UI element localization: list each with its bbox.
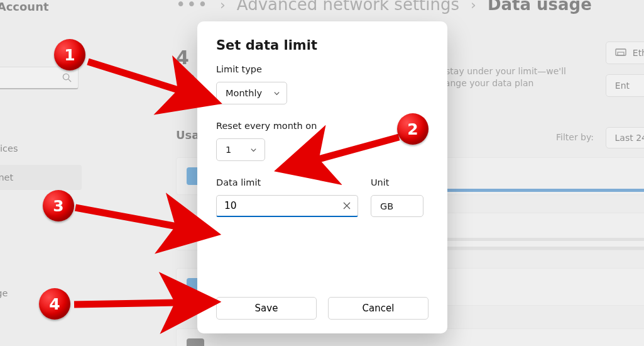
reset-day-label: Reset every month on — [216, 121, 428, 131]
filter-by-label: Filter by: — [556, 132, 594, 142]
ethernet-button[interactable]: Eth — [606, 42, 644, 64]
sidebar-item-label: oth & devices — [0, 143, 18, 153]
sidebar-item-label: & language — [0, 288, 8, 298]
usage-bar-small — [446, 247, 644, 250]
limit-type-dropdown[interactable]: Monthly — [216, 82, 287, 104]
app-icon — [187, 338, 204, 346]
account-name: DAGUtilityAccount — [0, 0, 49, 13]
reset-day-dropdown[interactable]: 1 — [216, 138, 265, 161]
data-range: Fron — [176, 72, 195, 82]
breadcrumb-seg-advanced[interactable]: Advanced network settings — [237, 0, 459, 14]
sidebar-item-bluetooth[interactable]: oth & devices — [0, 136, 82, 161]
breadcrumb: ••• › Advanced network settings › Data u… — [176, 0, 592, 14]
ethernet-button-label: Eth — [633, 48, 644, 58]
sidebar-item-accounts[interactable]: ts — [0, 252, 82, 277]
limit-type-value: Monthly — [226, 88, 262, 98]
breadcrumb-more-icon[interactable]: ••• — [176, 0, 209, 14]
right-buttons: Eth Ent — [606, 42, 644, 97]
chevron-down-icon — [250, 147, 257, 153]
usage-bar-small — [446, 238, 644, 241]
clear-input-icon[interactable] — [342, 201, 352, 211]
sidebar-item-label: rk & internet — [0, 172, 13, 182]
sidebar-item-4[interactable] — [0, 223, 82, 248]
unit-label: Unit — [371, 177, 423, 187]
sidebar-item-personalization[interactable]: alization — [0, 194, 82, 219]
nav: oth & devices rk & internet alization ts… — [0, 107, 82, 306]
filter-value: Last 24 — [615, 133, 644, 143]
usage-bar-fill — [446, 189, 644, 192]
ethernet-icon — [615, 48, 626, 57]
limit-type-label: Limit type — [216, 64, 428, 74]
sidebar-item-network[interactable]: rk & internet — [0, 165, 82, 190]
chevron-right-icon: › — [471, 0, 476, 13]
enter-limit-button-label: Ent — [615, 81, 630, 91]
data-limit-input[interactable] — [216, 195, 358, 217]
dialog-title: Set data limit — [216, 38, 428, 53]
enter-limit-button[interactable]: Ent — [606, 74, 644, 97]
svg-line-1 — [68, 79, 71, 82]
set-data-limit-dialog: Set data limit Limit type Monthly Reset … — [197, 21, 447, 333]
save-button[interactable]: Save — [216, 297, 317, 320]
sidebar-item-time-language[interactable]: & language — [0, 281, 82, 306]
cancel-button[interactable]: Cancel — [328, 297, 428, 320]
reset-day-value: 1 — [226, 145, 231, 155]
search-icon — [62, 73, 72, 82]
sidebar: DAGUtilityAccount cal Account g oth & de… — [0, 0, 151, 346]
data-limit-label: Data limit — [216, 177, 358, 187]
chevron-down-icon — [273, 90, 280, 97]
unit-value: GB — [380, 201, 393, 211]
data-range-text: Fron — [176, 72, 195, 82]
svg-rect-3 — [618, 52, 624, 55]
chevron-right-icon: › — [220, 0, 226, 13]
unit-dropdown[interactable]: GB — [371, 195, 423, 217]
breadcrumb-seg-data-usage: Data usage — [488, 0, 592, 14]
svg-point-0 — [63, 74, 68, 79]
search-input[interactable]: g — [0, 67, 79, 89]
filter-dropdown[interactable]: Last 24 — [606, 127, 644, 148]
sidebar-item-0[interactable] — [0, 107, 82, 132]
